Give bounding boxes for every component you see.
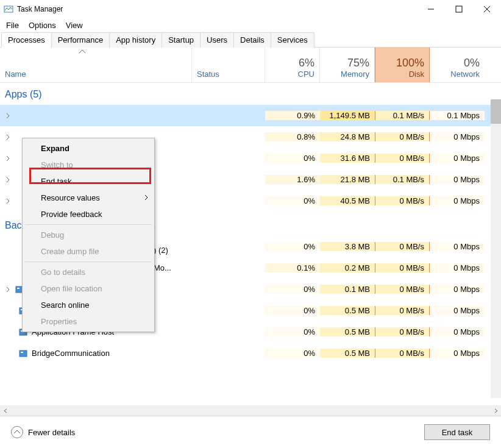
cell-cpu: 0.8% <box>265 132 320 141</box>
cell-net: 0.1 Mbps <box>430 111 485 120</box>
window-title: Task Manager <box>17 5 417 13</box>
cell-net: 0 Mbps <box>430 154 485 163</box>
tab-strip: Processes Performance App history Startu… <box>0 32 501 48</box>
col-memory[interactable]: 75% Memory <box>320 48 375 82</box>
ctx-resource-values-label: Resource values <box>41 193 100 202</box>
table-row[interactable]: BridgeCommunication 0% 0.5 MB 0 MB/s 0 M… <box>0 343 501 364</box>
tab-app-history[interactable]: App history <box>109 32 162 48</box>
cell-net: 0 Mbps <box>430 349 485 358</box>
disk-pct: 100% <box>396 57 424 69</box>
fewer-details-button[interactable]: Fewer details <box>11 426 75 438</box>
ctx-end-task[interactable]: End task <box>24 173 153 190</box>
col-network[interactable]: 0% Network <box>430 48 485 82</box>
cell-cpu: 0% <box>265 306 320 315</box>
cell-net: 0 Mbps <box>430 327 485 336</box>
end-task-label: End task <box>442 428 473 437</box>
window-buttons <box>417 0 501 18</box>
cell-mem: 0.5 MB <box>320 327 375 336</box>
context-menu: Expand Switch to End task Resource value… <box>22 138 155 332</box>
tab-details[interactable]: Details <box>233 32 271 48</box>
ctx-switch-to: Switch to <box>24 157 153 173</box>
col-status[interactable]: Status <box>192 48 265 82</box>
cell-cpu: 0% <box>265 242 320 251</box>
expand-chevron-icon[interactable] <box>5 177 11 183</box>
svg-rect-2 <box>456 6 462 12</box>
expand-chevron-icon[interactable] <box>5 134 11 140</box>
close-button[interactable] <box>473 0 501 18</box>
cell-mem: 21.8 MB <box>320 175 375 184</box>
process-name: Mo... <box>154 263 171 272</box>
end-task-button[interactable]: End task <box>424 424 490 440</box>
menu-view[interactable]: View <box>62 20 89 31</box>
title-bar: Task Manager <box>0 0 501 18</box>
col-cpu[interactable]: 6% CPU <box>265 48 320 82</box>
cell-cpu: 0% <box>265 327 320 336</box>
ctx-debug: Debug <box>24 227 153 243</box>
cpu-pct: 6% <box>299 57 314 69</box>
cell-disk: 0 MB/s <box>375 196 430 205</box>
cell-mem: 0.2 MB <box>320 263 375 272</box>
ctx-create-dump: Create dump file <box>24 243 153 260</box>
cell-disk: 0 MB/s <box>375 306 430 315</box>
scrollbar-thumb[interactable] <box>491 99 501 124</box>
cell-net: 0 Mbps <box>430 175 485 184</box>
cell-mem: 40.5 MB <box>320 196 375 205</box>
menu-options[interactable]: Options <box>25 20 62 31</box>
tab-startup[interactable]: Startup <box>162 32 201 48</box>
ctx-properties: Properties <box>24 313 153 330</box>
maximize-button[interactable] <box>445 0 473 18</box>
horizontal-scrollbar[interactable] <box>0 405 501 416</box>
network-label: Network <box>450 69 480 79</box>
expand-chevron-icon[interactable] <box>5 113 11 119</box>
cell-net: 0 Mbps <box>430 196 485 205</box>
cell-cpu: 0.9% <box>265 111 320 120</box>
col-name[interactable]: Name <box>0 48 192 82</box>
cell-disk: 0.1 MB/s <box>375 175 430 184</box>
col-name-label: Name <box>5 69 26 79</box>
cell-net: 0 Mbps <box>430 285 485 294</box>
ctx-open-file-location: Open file location <box>24 280 153 297</box>
cell-cpu: 0% <box>265 154 320 163</box>
process-icon <box>15 111 24 121</box>
cell-net: 0 Mbps <box>430 242 485 251</box>
svg-rect-12 <box>21 352 23 353</box>
expand-chevron-icon[interactable] <box>5 155 11 162</box>
cell-mem: 24.8 MB <box>320 132 375 141</box>
cell-mem: 0.5 MB <box>320 349 375 358</box>
cell-cpu: 1.6% <box>265 175 320 184</box>
minimize-button[interactable] <box>417 0 445 18</box>
chevron-up-icon <box>11 426 23 438</box>
scroll-left-icon[interactable] <box>0 405 10 416</box>
expand-chevron-icon[interactable] <box>5 198 11 204</box>
cell-disk: 0 MB/s <box>375 285 430 294</box>
ctx-provide-feedback[interactable]: Provide feedback <box>24 206 153 222</box>
table-row[interactable]: 0.9% 1,149.5 MB 0.1 MB/s 0.1 Mbps <box>0 105 501 126</box>
cell-disk: 0 MB/s <box>375 263 430 272</box>
cell-cpu: 0% <box>265 349 320 358</box>
app-icon <box>4 4 13 14</box>
row-suffix-fragment: ) (2) <box>154 246 168 255</box>
ctx-search-online[interactable]: Search online <box>24 297 153 313</box>
process-name: BridgeCommunication <box>32 349 110 358</box>
ctx-expand[interactable]: Expand <box>24 140 153 157</box>
ctx-resource-values[interactable]: Resource values <box>24 190 153 206</box>
cell-cpu: 0.1% <box>265 263 320 272</box>
col-disk[interactable]: 100% Disk <box>375 48 430 82</box>
cell-cpu: 0% <box>265 285 320 294</box>
vertical-scrollbar[interactable] <box>491 99 501 398</box>
tab-performance[interactable]: Performance <box>51 32 110 48</box>
footer: Fewer details End task <box>0 416 501 448</box>
cell-net: 0 Mbps <box>430 306 485 315</box>
menu-file[interactable]: File <box>2 20 25 31</box>
cell-mem: 1,149.5 MB <box>320 111 375 120</box>
process-icon <box>18 349 28 358</box>
svg-rect-6 <box>17 288 20 289</box>
tab-processes[interactable]: Processes <box>1 32 52 48</box>
tab-users[interactable]: Users <box>200 32 234 48</box>
tab-services[interactable]: Services <box>271 32 314 48</box>
svg-rect-11 <box>20 350 27 357</box>
column-headers: Name Status 6% CPU 75% Memory 100% Disk … <box>0 48 501 83</box>
scroll-right-icon[interactable] <box>491 405 501 416</box>
expand-chevron-icon[interactable] <box>5 286 11 293</box>
ctx-separator <box>25 261 152 262</box>
